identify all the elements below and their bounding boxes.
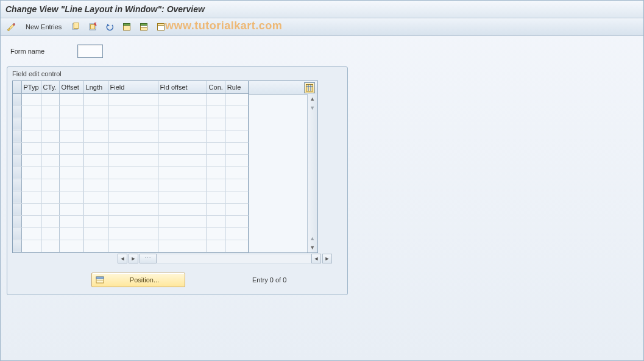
table-cell[interactable] [158,130,207,142]
row-selector[interactable] [13,154,21,166]
table-cell[interactable] [41,215,59,227]
table-cell[interactable] [83,179,108,191]
row-selector[interactable] [13,130,21,142]
table-cell[interactable] [83,203,108,215]
undo-button[interactable] [102,20,117,34]
table-cell[interactable] [83,166,108,179]
table-cell[interactable] [41,154,59,166]
hscroll-right-button[interactable]: ► [129,254,138,263]
scroll-down2-button[interactable]: ▲ [308,234,317,243]
table-cell[interactable] [59,203,83,215]
table-cell[interactable] [21,227,41,240]
position-button[interactable]: Position... [91,273,185,287]
table-cell[interactable] [83,227,108,240]
table-cell[interactable] [158,240,207,252]
table-cell[interactable] [207,191,225,203]
table-cell[interactable] [225,191,248,203]
table-cell[interactable] [21,130,41,142]
table-cell[interactable] [59,118,83,130]
row-selector[interactable] [13,142,21,154]
table-cell[interactable] [225,227,248,240]
table-cell[interactable] [21,203,41,215]
row-selector[interactable] [13,215,21,227]
table-row[interactable] [13,166,248,179]
table-cell[interactable] [158,191,207,203]
form-name-input[interactable] [77,45,103,58]
table-row[interactable] [13,240,248,252]
table-row[interactable] [13,191,248,203]
table-row[interactable] [13,154,248,166]
table-cell[interactable] [41,203,59,215]
table-cell[interactable] [21,179,41,191]
table-cell[interactable] [225,130,248,142]
table-row[interactable] [13,179,248,191]
table-cell[interactable] [83,105,108,118]
table-cell[interactable] [41,166,59,179]
delete-button[interactable] [85,20,100,34]
table-cell[interactable] [41,191,59,203]
table-cell[interactable] [225,240,248,252]
table-cell[interactable] [21,93,41,105]
row-selector[interactable] [13,227,21,240]
table-cell[interactable] [108,203,158,215]
table-cell[interactable] [207,240,225,252]
table-cell[interactable] [225,118,248,130]
table-cell[interactable] [158,215,207,227]
table-cell[interactable] [83,154,108,166]
table-cell[interactable] [158,179,207,191]
table-cell[interactable] [41,130,59,142]
table-row[interactable] [13,118,248,130]
hscroll-thumb[interactable]: ⋯ [140,254,157,263]
table-cell[interactable] [83,215,108,227]
scroll-up-button[interactable]: ▲ [308,95,317,103]
table-cell[interactable] [108,93,158,105]
table-cell[interactable] [225,203,248,215]
col-ptyp[interactable]: PTyp [21,81,41,93]
table-cell[interactable] [59,215,83,227]
table-cell[interactable] [108,118,158,130]
table-cell[interactable] [108,227,158,240]
table-cell[interactable] [225,105,248,118]
table-cell[interactable] [59,142,83,154]
row-selector-header[interactable] [13,81,21,93]
row-selector[interactable] [13,166,21,179]
table-cell[interactable] [207,105,225,118]
new-entries-button[interactable]: New Entries [21,20,66,34]
table-cell[interactable] [225,154,248,166]
table-cell[interactable] [83,142,108,154]
grid-table[interactable]: PTyp CTy. Offset Lngth Field Fld offset … [12,80,249,253]
table-cell[interactable] [207,130,225,142]
table-row[interactable] [13,105,248,118]
col-rule[interactable]: Rule [225,81,248,93]
table-cell[interactable] [21,240,41,252]
table-cell[interactable] [21,166,41,179]
table-cell[interactable] [225,93,248,105]
row-selector[interactable] [13,179,21,191]
table-cell[interactable] [108,142,158,154]
table-cell[interactable] [207,118,225,130]
col-fld-offset[interactable]: Fld offset [158,81,207,93]
table-row[interactable] [13,227,248,240]
table-cell[interactable] [108,215,158,227]
table-cell[interactable] [21,118,41,130]
table-cell[interactable] [83,240,108,252]
row-selector[interactable] [13,93,21,105]
table-cell[interactable] [225,166,248,179]
table-cell[interactable] [158,166,207,179]
table-cell[interactable] [59,227,83,240]
table-cell[interactable] [207,215,225,227]
col-cty[interactable]: CTy. [41,81,59,93]
table-cell[interactable] [108,105,158,118]
table-cell[interactable] [41,105,59,118]
hscroll-left2-button[interactable]: ◄ [311,254,321,263]
row-selector[interactable] [13,105,21,118]
table-cell[interactable] [207,166,225,179]
table-cell[interactable] [225,215,248,227]
table-row[interactable] [13,203,248,215]
table-cell[interactable] [207,154,225,166]
vertical-scrollbar[interactable]: ▲ ▼ ▲ ▼ [307,94,317,252]
table-cell[interactable] [207,227,225,240]
hscroll-track[interactable] [157,254,311,263]
table-cell[interactable] [21,215,41,227]
row-selector[interactable] [13,118,21,130]
